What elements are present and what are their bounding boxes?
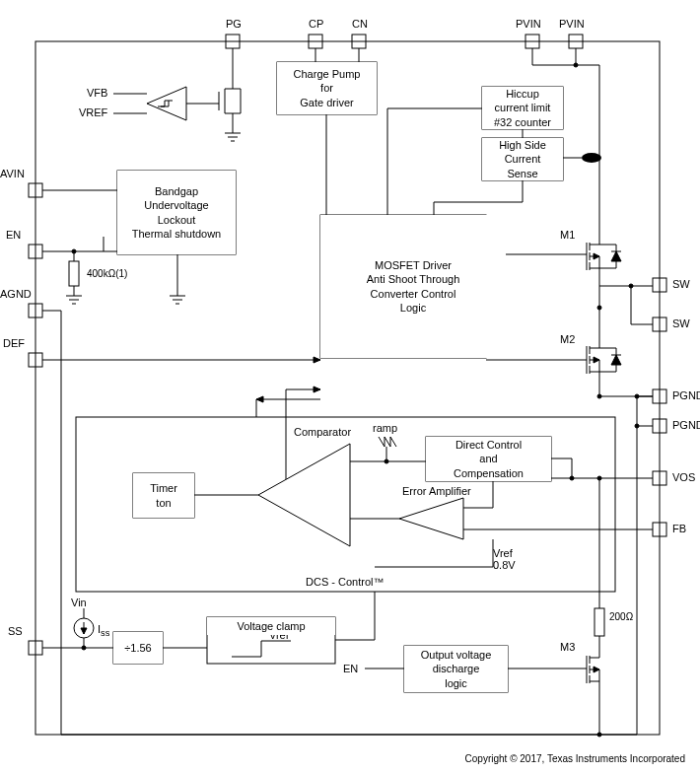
m2-label: M2 <box>560 333 575 345</box>
pin-fb-label: FB <box>672 523 686 534</box>
pin-en-label: EN <box>6 229 21 241</box>
resistor-400k-label: 400kΩ(1) <box>87 268 127 279</box>
svg-rect-6 <box>29 183 42 197</box>
copyright-text: Copyright © 2017, Texas Instruments Inco… <box>465 753 685 764</box>
pin-pg-label: PG <box>226 18 242 30</box>
m1-label: M1 <box>560 229 575 241</box>
output-discharge-block: Output voltagedischargelogic <box>404 646 508 692</box>
divider-block: ÷1.56 <box>113 632 163 664</box>
svg-rect-8 <box>29 304 42 317</box>
svg-marker-104 <box>611 251 621 261</box>
svg-point-82 <box>635 424 639 428</box>
svg-rect-2 <box>309 35 322 48</box>
svg-marker-107 <box>594 253 599 259</box>
resistor-200-label: 200Ω <box>609 611 633 622</box>
svg-rect-16 <box>653 523 666 536</box>
svg-rect-147 <box>595 608 604 636</box>
svg-marker-124 <box>594 357 599 363</box>
svg-point-38 <box>574 63 578 67</box>
pin-pgnd1-label: PGND <box>672 389 700 401</box>
svg-marker-30 <box>399 498 463 539</box>
block-diagram: Vref <box>0 0 700 774</box>
mosfet-driver-block: MOSFET DriverAnti Shoot ThroughConverter… <box>320 215 506 358</box>
svg-point-184 <box>570 476 574 480</box>
pin-def-label: DEF <box>3 337 25 349</box>
svg-point-132 <box>597 394 601 398</box>
svg-rect-5 <box>569 35 583 48</box>
dcs-control-label: DCS - Control™ <box>306 576 384 588</box>
en-out-label: EN <box>343 663 358 674</box>
vfb-label: VFB <box>87 87 107 99</box>
charge-pump-block: Charge PumpforGate driver <box>277 62 377 114</box>
svg-marker-31 <box>147 87 186 120</box>
svg-point-130 <box>629 284 633 288</box>
m3-label: M3 <box>560 641 575 653</box>
svg-marker-144 <box>594 667 599 672</box>
high-side-block: High SideCurrentSense <box>482 138 563 180</box>
timer-block: Timerton <box>133 473 194 518</box>
svg-marker-87 <box>314 357 320 363</box>
pin-pgnd2-label: PGND <box>672 419 700 431</box>
voltage-clamp-block: Voltage clamp <box>207 617 335 635</box>
pin-sw2-label: SW <box>672 317 690 329</box>
iss-label: Iss <box>98 623 109 638</box>
svg-point-145 <box>597 733 601 737</box>
hiccup-block: Hiccupcurrent limit#32 counter <box>482 87 563 129</box>
svg-point-61 <box>582 153 601 163</box>
svg-point-171 <box>74 618 94 638</box>
pin-ss-label: SS <box>8 625 23 637</box>
svg-rect-9 <box>29 353 42 367</box>
svg-marker-29 <box>258 444 350 546</box>
svg-rect-12 <box>653 317 666 331</box>
svg-rect-3 <box>352 35 366 48</box>
pin-avin-label: AVIN <box>0 168 25 179</box>
svg-rect-7 <box>29 245 42 258</box>
svg-rect-13 <box>653 389 666 403</box>
svg-marker-174 <box>81 628 87 634</box>
pin-pvin2-label: PVIN <box>559 18 585 30</box>
svg-rect-67 <box>69 261 79 286</box>
svg-marker-156 <box>314 387 320 392</box>
comparator-label: Comparator <box>294 426 351 438</box>
svg-rect-0 <box>35 41 660 735</box>
vref-label: VREF <box>79 106 107 118</box>
svg-point-65 <box>72 249 76 253</box>
svg-rect-1 <box>226 35 240 48</box>
pin-cp-label: CP <box>309 18 323 30</box>
svg-point-161 <box>385 459 388 463</box>
svg-point-133 <box>635 394 639 398</box>
svg-point-169 <box>82 646 86 650</box>
pin-pvin1-label: PVIN <box>516 18 541 30</box>
pin-sw1-label: SW <box>672 278 690 290</box>
svg-rect-15 <box>653 471 666 485</box>
ramp-label: ramp <box>373 422 397 434</box>
bandgap-block: BandgapUndervoltageLockoutThermal shutdo… <box>117 171 236 254</box>
direct-control-block: Direct ControlandCompensation <box>426 437 551 481</box>
svg-marker-167 <box>256 396 263 402</box>
pin-vos-label: VOS <box>672 471 695 483</box>
svg-point-127 <box>597 306 601 310</box>
pin-cn-label: CN <box>352 18 368 30</box>
svg-marker-121 <box>611 355 621 365</box>
svg-rect-4 <box>525 35 539 48</box>
error-amp-label: Error Amplifier <box>402 485 471 497</box>
pin-agnd-label: AGND <box>0 288 32 300</box>
svg-rect-10 <box>29 641 42 655</box>
svg-rect-14 <box>653 419 666 433</box>
vin-label: Vin <box>71 597 87 608</box>
svg-rect-11 <box>653 278 666 292</box>
svg-point-151 <box>597 476 601 480</box>
vref-08-label: Vref0.8V <box>493 547 516 571</box>
